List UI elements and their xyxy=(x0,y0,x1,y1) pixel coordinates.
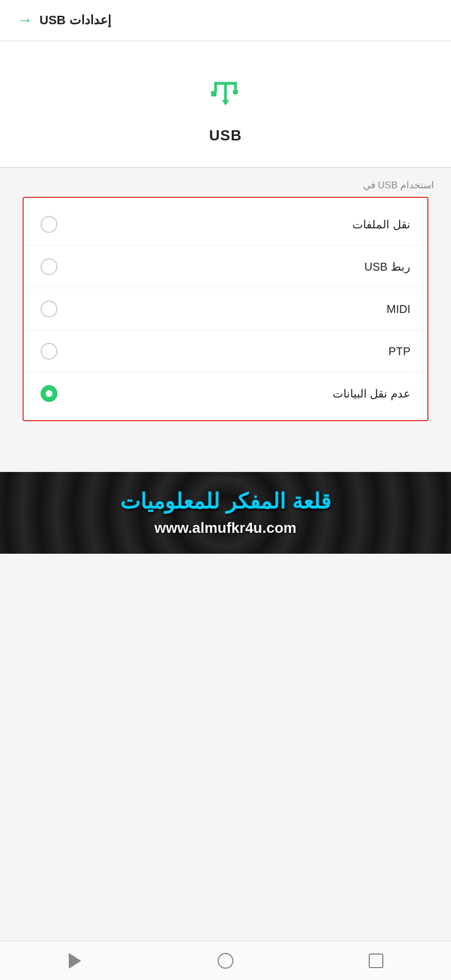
svg-rect-3 xyxy=(234,82,237,89)
option-ptp[interactable]: PTP xyxy=(24,330,427,373)
usb-icon xyxy=(203,69,248,117)
options-container: نقل الملفات ربط USB MIDI PTP عدم نقل الب… xyxy=(0,197,451,438)
option-file-transfer-label: نقل الملفات xyxy=(69,218,410,231)
use-usb-label: استخدام USB في xyxy=(363,180,434,191)
banner-url-text: www.almufkr4u.com xyxy=(11,519,440,537)
svg-rect-1 xyxy=(214,82,237,85)
option-midi[interactable]: MIDI xyxy=(24,288,427,330)
radio-midi[interactable] xyxy=(41,301,58,317)
option-usb-tethering-label: ربط USB xyxy=(69,260,410,273)
nav-home-button[interactable] xyxy=(215,950,236,972)
option-file-transfer[interactable]: نقل الملفات xyxy=(24,204,427,246)
option-no-transfer-label: عدم نقل البيانات xyxy=(69,387,410,400)
svg-rect-4 xyxy=(211,91,216,96)
svg-rect-2 xyxy=(214,82,217,92)
nav-recent-button[interactable] xyxy=(365,950,387,972)
bottom-nav xyxy=(0,941,451,980)
home-icon xyxy=(218,953,233,969)
recent-icon xyxy=(369,953,383,968)
header-title: إعدادات USB xyxy=(39,13,111,28)
radio-usb-tethering[interactable] xyxy=(41,258,58,275)
back-icon xyxy=(69,953,81,969)
radio-no-transfer[interactable] xyxy=(41,385,58,402)
option-midi-label: MIDI xyxy=(69,303,410,316)
usb-title: USB xyxy=(209,127,242,144)
banner-arabic-text: قلعة المفكر للمعلوميات xyxy=(11,489,440,514)
options-box: نقل الملفات ربط USB MIDI PTP عدم نقل الب… xyxy=(23,197,428,421)
option-usb-tethering[interactable]: ربط USB xyxy=(24,246,427,288)
header-arrow-icon[interactable]: → xyxy=(17,11,33,29)
option-no-transfer[interactable]: عدم نقل البيانات xyxy=(24,373,427,414)
usb-section: USB xyxy=(0,41,451,168)
option-ptp-label: PTP xyxy=(69,345,410,358)
header: إعدادات USB → xyxy=(0,0,451,41)
svg-point-5 xyxy=(233,89,238,95)
radio-ptp[interactable] xyxy=(41,343,58,360)
use-usb-section: استخدام USB في xyxy=(0,168,451,197)
svg-marker-6 xyxy=(222,100,229,105)
banner-section: قلعة المفكر للمعلوميات www.almufkr4u.com xyxy=(0,472,451,554)
radio-file-transfer[interactable] xyxy=(41,216,58,233)
nav-back-button[interactable] xyxy=(64,950,86,972)
